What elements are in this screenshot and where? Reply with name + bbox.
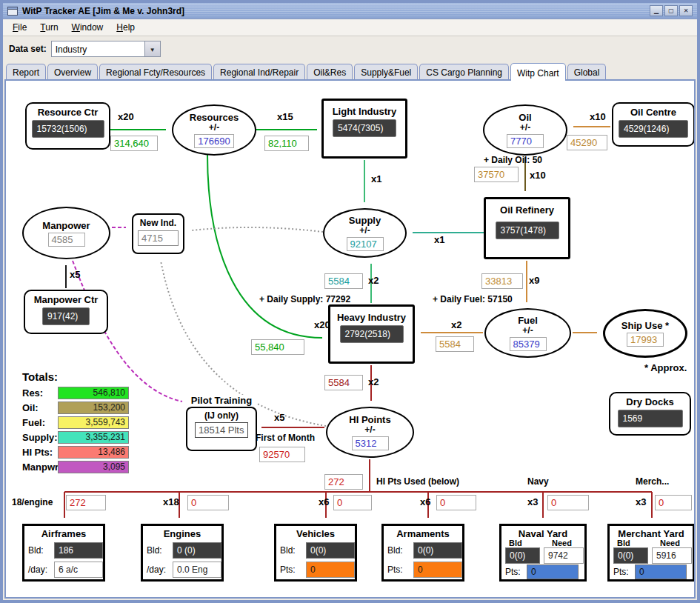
- totals-hipts-value: 13,486: [58, 446, 129, 459]
- armaments-pts-label: Pts:: [387, 564, 411, 575]
- amount-airframes: 272: [66, 495, 106, 510]
- factory-armaments: Armaments Bld: 0(0) Pts: 0: [381, 524, 464, 582]
- armaments-pts-value: 0: [413, 562, 462, 578]
- hi-points-value: 5312: [352, 436, 389, 450]
- merchant-yard-pts-value: 0: [635, 564, 687, 579]
- oil-refinery-value: 3757(1478): [496, 221, 559, 239]
- label-merch: Merch...: [636, 476, 669, 487]
- new-ind-title: New Ind.: [140, 218, 176, 229]
- mult-resources-heavy: x20: [314, 319, 330, 330]
- fuel-plusminus: +/-: [522, 326, 533, 336]
- menu-window[interactable]: Window: [65, 19, 110, 36]
- mult-armaments: x6: [420, 496, 430, 507]
- close-button[interactable]: ✕: [679, 5, 693, 16]
- light-industry-title: Light Industry: [333, 106, 397, 117]
- tab-supply-fuel[interactable]: Supply&Fuel: [354, 64, 418, 79]
- amount-resources-light: 82,110: [264, 136, 309, 151]
- vehicles-pts-value: 0: [306, 562, 355, 578]
- mult-hipts-pilot: x5: [274, 412, 284, 423]
- hi-points-title: HI Points: [349, 414, 390, 425]
- mult-manpowerctr-manpower: x5: [70, 269, 80, 280]
- tab-witp-chart[interactable]: Witp Chart: [510, 63, 566, 81]
- amount-naval-yard: 0: [547, 495, 589, 510]
- amount-armaments: 0: [436, 495, 476, 510]
- fuel-value: 85379: [510, 337, 547, 351]
- mult-light-supply: x1: [371, 173, 381, 184]
- tab-oil-res[interactable]: Oil&Res: [307, 64, 353, 79]
- oil-title: Oil: [519, 112, 531, 123]
- merchant-yard-need-header: Need: [660, 539, 680, 547]
- menu-file[interactable]: File: [6, 19, 33, 36]
- mult-merchant-yard: x3: [636, 496, 646, 507]
- new-ind-value: 4715: [138, 230, 179, 246]
- menu-turn[interactable]: Turn: [33, 19, 64, 36]
- totals-fuel-value: 3,559,743: [58, 416, 129, 429]
- mult-heavy-hipts: x2: [368, 376, 379, 387]
- totals-row-manpwr: Manpwr: 3,095: [22, 461, 129, 473]
- dataset-combobox[interactable]: Industry ▼: [51, 41, 161, 57]
- tab-bar: Report Overview Regional Fcty/Resources …: [3, 61, 697, 79]
- naval-yard-pts-label: Pts:: [505, 567, 524, 577]
- oil-refinery-title: Oil Refinery: [500, 204, 554, 216]
- engines-day-label: /day:: [147, 564, 170, 575]
- mult-resources-light: x15: [277, 111, 293, 122]
- totals-row-fuel: Fuel: 3,559,743: [22, 416, 129, 429]
- armaments-bld-label: Bld:: [387, 545, 411, 556]
- tab-regional-fcty-resources[interactable]: Regional Fcty/Resources: [99, 64, 212, 79]
- supply-title: Supply: [349, 215, 381, 226]
- tab-global[interactable]: Global: [567, 64, 607, 79]
- amount-merchant-yard: 0: [655, 495, 692, 510]
- totals-row-hipts: HI Pts: 13,486: [22, 446, 129, 459]
- factory-engines: Engines Bld: 0 (0) /day: 0.0 Eng: [141, 524, 224, 582]
- oil-value: 7770: [507, 134, 544, 148]
- totals-heading: Totals:: [22, 370, 129, 383]
- totals-manpwr-label: Manpwr:: [22, 462, 58, 473]
- resource-ctr-title: Resource Ctr: [38, 107, 99, 118]
- heavy-industry-value: 2792(2518): [340, 325, 404, 343]
- tab-report[interactable]: Report: [6, 64, 46, 79]
- totals-res-value: 546,810: [58, 387, 129, 399]
- fuel-title: Fuel: [518, 315, 538, 326]
- dry-docks-value: 1569: [618, 410, 683, 427]
- supply-plusminus: +/-: [359, 226, 370, 236]
- title-bar[interactable]: WitP Tracker AE [Jim & Me v. John3rd] ▁ …: [3, 3, 697, 19]
- label-daily-fuel: + Daily Fuel: 57150: [433, 294, 513, 304]
- chevron-down-icon: ▼: [150, 47, 156, 53]
- manpower-ctr-value: 917(42): [42, 307, 90, 325]
- mult-naval-yard: x3: [527, 496, 538, 507]
- combo-dropdown-button[interactable]: ▼: [144, 41, 160, 56]
- oil-centre-title: Oil Centre: [630, 107, 676, 118]
- naval-yard-bld-value: 0(0): [505, 547, 540, 564]
- tab-regional-ind-repair[interactable]: Regional Ind/Repair: [213, 64, 305, 79]
- node-fuel: Fuel +/- 85379: [484, 308, 571, 358]
- menu-help[interactable]: Help: [110, 19, 141, 36]
- oil-plusminus: +/-: [520, 123, 530, 133]
- amount-heavy-hipts: 5584: [324, 375, 363, 390]
- airframes-day-label: /day:: [28, 564, 52, 575]
- merchant-yard-pts-label: Pts:: [613, 567, 633, 577]
- factory-airframes: Airframes Bld: 186 /day: 6 a/c: [22, 524, 105, 582]
- label-18-engine: 18/engine: [12, 497, 53, 507]
- engines-day-value: 0.0 Eng: [173, 562, 221, 578]
- engines-title: Engines: [143, 528, 221, 539]
- factory-vehicles: Vehicles Bld: 0(0) Pts: 0: [274, 524, 357, 582]
- engines-bld-value: 0 (0): [173, 542, 221, 559]
- supply-value: 92107: [347, 237, 384, 251]
- tab-cs-cargo-planning[interactable]: CS Cargo Planning: [419, 64, 509, 79]
- label-hi-pts-used: HI Pts Used (below): [376, 476, 459, 487]
- amount-first-of-month: 92570: [259, 447, 305, 462]
- naval-yard-pts-value: 0: [527, 564, 579, 579]
- airframes-bld-label: Bld:: [28, 545, 52, 556]
- amount-heavy-supply: 5584: [324, 273, 363, 289]
- hi-points-plusminus: +/-: [364, 425, 375, 435]
- airframes-day-value: 6 a/c: [54, 562, 103, 578]
- totals-supply-label: Supply:: [22, 432, 58, 443]
- maximize-button[interactable]: ▢: [664, 5, 678, 16]
- tab-overview[interactable]: Overview: [47, 64, 98, 79]
- mult-heavy-supply: x2: [368, 275, 379, 286]
- menu-bar: File Turn Window Help: [3, 19, 697, 36]
- minimize-button[interactable]: ▁: [650, 5, 663, 16]
- node-oil-centre: Oil Centre 4529(1246): [612, 102, 695, 147]
- merchant-yard-need-value: 5916: [652, 547, 692, 564]
- pilot-training-sub: (IJ only): [204, 411, 239, 421]
